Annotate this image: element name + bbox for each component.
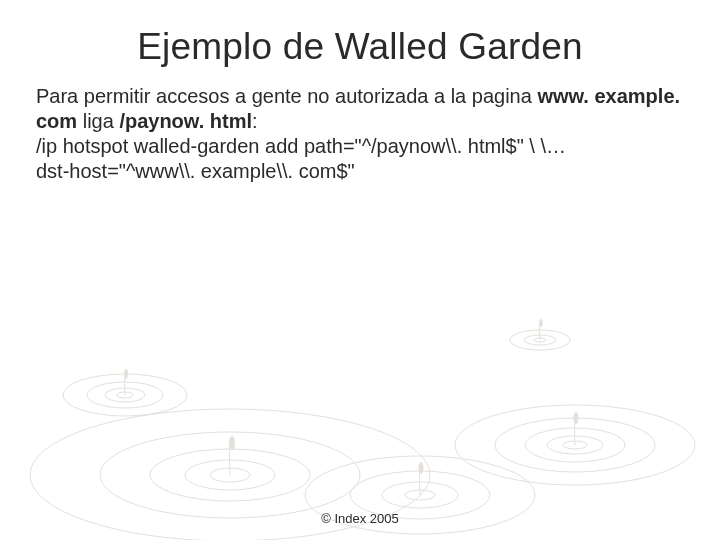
svg-point-15 <box>455 405 695 485</box>
svg-point-1 <box>185 460 275 490</box>
slide-body: Para permitir accesos a gente no autoriz… <box>0 68 720 184</box>
svg-point-19 <box>87 382 163 408</box>
svg-point-2 <box>150 449 310 501</box>
body-text-colon: : <box>252 110 258 132</box>
slide: Ejemplo de Walled Garden Para permitir a… <box>0 0 720 540</box>
svg-point-13 <box>525 428 625 462</box>
svg-point-22 <box>534 338 546 342</box>
svg-point-24 <box>510 330 570 350</box>
svg-point-5 <box>229 436 235 450</box>
svg-point-16 <box>574 412 579 424</box>
svg-point-18 <box>105 388 145 402</box>
svg-point-14 <box>495 418 655 472</box>
body-code-line2: dst-host="^www\\. example\\. com$" <box>36 160 355 182</box>
body-text-liga: liga <box>77 110 119 132</box>
svg-point-11 <box>563 441 587 449</box>
svg-point-10 <box>419 462 424 474</box>
svg-point-3 <box>100 432 360 518</box>
background-ripples <box>0 200 720 540</box>
body-text-intro: Para permitir accesos a gente no autoriz… <box>36 85 537 107</box>
svg-point-6 <box>405 490 435 500</box>
svg-point-25 <box>539 319 543 327</box>
svg-point-0 <box>210 468 250 482</box>
slide-footer: © Index 2005 <box>0 511 720 526</box>
svg-point-20 <box>63 374 187 416</box>
body-code-line1: /ip hotspot walled-garden add path="^/pa… <box>36 135 566 157</box>
svg-point-21 <box>124 369 128 379</box>
svg-point-17 <box>117 392 133 398</box>
svg-point-23 <box>524 335 556 345</box>
svg-point-12 <box>547 436 603 454</box>
body-text-path: /paynow. html <box>119 110 252 132</box>
svg-point-7 <box>382 482 458 508</box>
slide-title: Ejemplo de Walled Garden <box>0 0 720 68</box>
